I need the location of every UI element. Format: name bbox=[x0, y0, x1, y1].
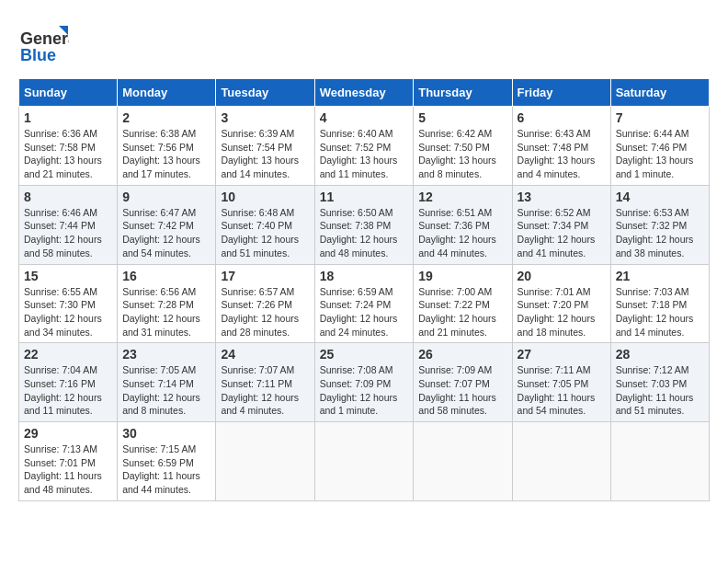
svg-text:General: General bbox=[20, 29, 69, 48]
calendar-week-3: 15Sunrise: 6:55 AM Sunset: 7:30 PM Dayli… bbox=[19, 264, 710, 343]
calendar-day-20: 20Sunrise: 7:01 AM Sunset: 7:20 PM Dayli… bbox=[512, 264, 610, 343]
calendar-table: SundayMondayTuesdayWednesdayThursdayFrid… bbox=[18, 78, 710, 501]
calendar-day-12: 12Sunrise: 6:51 AM Sunset: 7:36 PM Dayli… bbox=[414, 185, 512, 264]
logo: General Blue bbox=[18, 18, 69, 69]
header: General Blue bbox=[18, 18, 710, 69]
calendar-day-11: 11Sunrise: 6:50 AM Sunset: 7:38 PM Dayli… bbox=[314, 185, 414, 264]
calendar-empty bbox=[216, 422, 314, 501]
calendar-day-4: 4Sunrise: 6:40 AM Sunset: 7:52 PM Daylig… bbox=[314, 107, 414, 186]
header-friday: Friday bbox=[512, 79, 610, 107]
calendar-day-27: 27Sunrise: 7:11 AM Sunset: 7:05 PM Dayli… bbox=[512, 343, 610, 422]
header-saturday: Saturday bbox=[610, 79, 709, 107]
calendar-day-25: 25Sunrise: 7:08 AM Sunset: 7:09 PM Dayli… bbox=[314, 343, 414, 422]
calendar-day-28: 28Sunrise: 7:12 AM Sunset: 7:03 PM Dayli… bbox=[610, 343, 709, 422]
calendar-day-7: 7Sunrise: 6:44 AM Sunset: 7:46 PM Daylig… bbox=[610, 107, 709, 186]
svg-text:Blue: Blue bbox=[20, 46, 56, 64]
calendar-day-18: 18Sunrise: 6:59 AM Sunset: 7:24 PM Dayli… bbox=[314, 264, 414, 343]
calendar-day-19: 19Sunrise: 7:00 AM Sunset: 7:22 PM Dayli… bbox=[414, 264, 512, 343]
calendar-day-8: 8Sunrise: 6:46 AM Sunset: 7:44 PM Daylig… bbox=[19, 185, 118, 264]
calendar-day-15: 15Sunrise: 6:55 AM Sunset: 7:30 PM Dayli… bbox=[19, 264, 118, 343]
calendar-day-26: 26Sunrise: 7:09 AM Sunset: 7:07 PM Dayli… bbox=[414, 343, 512, 422]
calendar-day-3: 3Sunrise: 6:39 AM Sunset: 7:54 PM Daylig… bbox=[216, 107, 314, 186]
calendar-day-13: 13Sunrise: 6:52 AM Sunset: 7:34 PM Dayli… bbox=[512, 185, 610, 264]
header-thursday: Thursday bbox=[414, 79, 512, 107]
calendar-week-1: 1Sunrise: 6:36 AM Sunset: 7:58 PM Daylig… bbox=[19, 107, 710, 186]
calendar-day-2: 2Sunrise: 6:38 AM Sunset: 7:56 PM Daylig… bbox=[118, 107, 216, 186]
calendar-day-5: 5Sunrise: 6:42 AM Sunset: 7:50 PM Daylig… bbox=[414, 107, 512, 186]
calendar-header-row: SundayMondayTuesdayWednesdayThursdayFrid… bbox=[19, 79, 710, 107]
calendar-empty bbox=[314, 422, 414, 501]
calendar-day-16: 16Sunrise: 6:56 AM Sunset: 7:28 PM Dayli… bbox=[118, 264, 216, 343]
calendar-day-17: 17Sunrise: 6:57 AM Sunset: 7:26 PM Dayli… bbox=[216, 264, 314, 343]
calendar-day-21: 21Sunrise: 7:03 AM Sunset: 7:18 PM Dayli… bbox=[610, 264, 709, 343]
calendar-day-14: 14Sunrise: 6:53 AM Sunset: 7:32 PM Dayli… bbox=[610, 185, 709, 264]
calendar-day-10: 10Sunrise: 6:48 AM Sunset: 7:40 PM Dayli… bbox=[216, 185, 314, 264]
calendar-day-30: 30Sunrise: 7:15 AM Sunset: 6:59 PM Dayli… bbox=[118, 422, 216, 501]
calendar-empty bbox=[512, 422, 610, 501]
header-monday: Monday bbox=[118, 79, 216, 107]
calendar-week-2: 8Sunrise: 6:46 AM Sunset: 7:44 PM Daylig… bbox=[19, 185, 710, 264]
header-sunday: Sunday bbox=[19, 79, 118, 107]
calendar-week-5: 29Sunrise: 7:13 AM Sunset: 7:01 PM Dayli… bbox=[19, 422, 710, 501]
calendar-day-23: 23Sunrise: 7:05 AM Sunset: 7:14 PM Dayli… bbox=[118, 343, 216, 422]
calendar-day-29: 29Sunrise: 7:13 AM Sunset: 7:01 PM Dayli… bbox=[19, 422, 118, 501]
header-wednesday: Wednesday bbox=[314, 79, 414, 107]
calendar-day-6: 6Sunrise: 6:43 AM Sunset: 7:48 PM Daylig… bbox=[512, 107, 610, 186]
calendar-empty bbox=[414, 422, 512, 501]
calendar-week-4: 22Sunrise: 7:04 AM Sunset: 7:16 PM Dayli… bbox=[19, 343, 710, 422]
logo-icon: General Blue bbox=[18, 18, 69, 69]
header-tuesday: Tuesday bbox=[216, 79, 314, 107]
calendar-day-22: 22Sunrise: 7:04 AM Sunset: 7:16 PM Dayli… bbox=[19, 343, 118, 422]
calendar-day-9: 9Sunrise: 6:47 AM Sunset: 7:42 PM Daylig… bbox=[118, 185, 216, 264]
calendar-day-1: 1Sunrise: 6:36 AM Sunset: 7:58 PM Daylig… bbox=[19, 107, 118, 186]
calendar-empty bbox=[610, 422, 709, 501]
calendar-day-24: 24Sunrise: 7:07 AM Sunset: 7:11 PM Dayli… bbox=[216, 343, 314, 422]
